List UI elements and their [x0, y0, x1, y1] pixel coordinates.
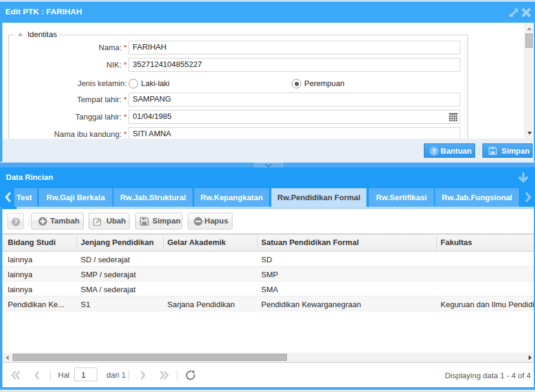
svg-text:?: ? [14, 219, 17, 225]
svg-text:?: ? [432, 148, 436, 155]
